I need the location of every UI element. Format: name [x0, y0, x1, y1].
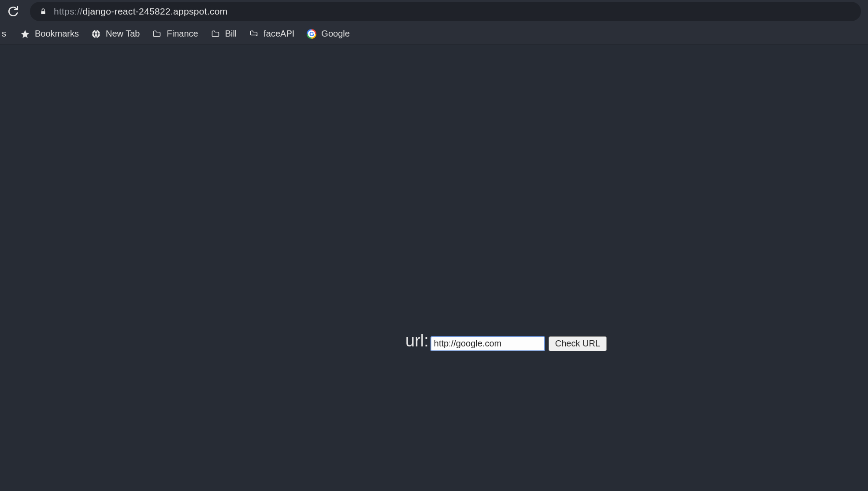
browser-toolbar: https://django-react-245822.appspot.com	[0, 0, 868, 23]
url-field-label: url:	[405, 331, 429, 350]
address-bar[interactable]: https://django-react-245822.appspot.com	[30, 2, 861, 21]
bookmark-faceapi[interactable]: faceAPI	[243, 26, 300, 41]
bookmark-finance[interactable]: Finance	[146, 26, 204, 41]
url-text: https://django-react-245822.appspot.com	[54, 6, 228, 17]
folder-icon	[152, 29, 162, 39]
bookmark-label: faceAPI	[263, 29, 294, 39]
folder-icon	[211, 29, 220, 39]
bookmark-bookmarks[interactable]: Bookmarks	[14, 26, 85, 41]
lock-icon	[39, 7, 48, 16]
bookmark-label: Finance	[167, 29, 198, 39]
bookmark-label: Bookmarks	[35, 29, 79, 39]
globe-icon	[91, 29, 101, 39]
google-icon: G	[307, 29, 316, 39]
check-url-button[interactable]: Check URL	[549, 336, 607, 351]
url-check-form: url: Check URL	[405, 331, 607, 351]
url-input[interactable]	[430, 336, 545, 351]
bookmark-google[interactable]: G Google	[300, 26, 356, 41]
svg-rect-0	[41, 11, 45, 14]
star-icon	[20, 29, 30, 39]
reload-icon[interactable]	[7, 5, 19, 18]
truncated-bookmark-letter: s	[2, 29, 6, 39]
folder-icon	[249, 29, 259, 39]
bookmark-label: New Tab	[106, 29, 140, 39]
bookmark-bill[interactable]: Bill	[204, 26, 243, 41]
bookmark-newtab[interactable]: New Tab	[85, 26, 146, 41]
bookmark-label: Bill	[225, 29, 237, 39]
url-protocol: https://	[54, 6, 82, 17]
bookmarks-bar: s Bookmarks New Tab Finance	[0, 23, 868, 45]
page-content: url: Check URL	[0, 45, 868, 491]
url-host: django-react-245822.appspot.com	[82, 6, 227, 17]
bookmark-label: Google	[321, 29, 350, 39]
